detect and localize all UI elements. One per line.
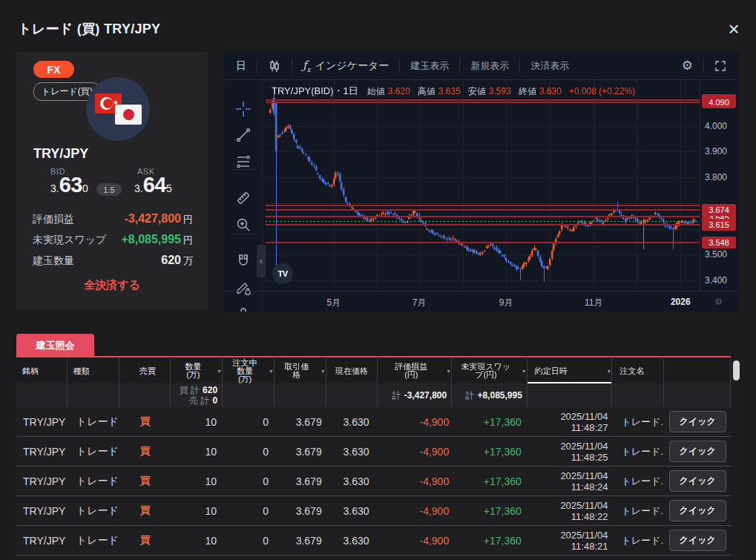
time-axis-label: 9月	[487, 297, 525, 309]
position-row[interactable]: TRY/JPYトレード買1003.6793.630-4,900+17,36020…	[16, 496, 731, 526]
horizontal-lines-icon[interactable]	[235, 154, 252, 170]
cell-8: -4,900	[378, 475, 453, 487]
position-row[interactable]: TRY/JPYトレード買1003.6793.630-4,900+17,36020…	[16, 526, 731, 556]
cell-8: -4,900	[378, 505, 453, 517]
price-tick-label: 3.400	[705, 275, 737, 286]
column-header-8[interactable]: 評価損益 (円)▼	[378, 358, 452, 383]
column-header-9[interactable]: 未実現スワッ プ(円)▼	[452, 358, 527, 383]
cell-2: トレード	[68, 534, 119, 547]
quick-close-button[interactable]: クイック	[669, 441, 726, 462]
cell-10: 2025/11/0411:48:21	[527, 530, 613, 552]
bid-price: 3.630	[50, 173, 88, 195]
column-header-1: 銘柄	[16, 358, 68, 383]
tab-open-positions[interactable]: 建玉照会	[16, 334, 94, 357]
cell-10: 2025/11/0411:48:27	[527, 411, 613, 433]
collapse-toolbar-handle[interactable]: ‹	[257, 245, 266, 277]
column-header-5[interactable]: 注文中 数量 (万)▼	[223, 358, 275, 383]
column-header-12	[664, 358, 731, 383]
cell-7: 3.630	[326, 416, 378, 428]
chart-toolbar: 日 ƒx インジケーター 建玉表示 新規表示 決済表示 ⚙	[224, 52, 738, 80]
cell-5: 0	[223, 475, 275, 487]
pair-name: TRY/JPY	[33, 146, 88, 162]
crosshair-icon[interactable]	[235, 101, 252, 117]
cell-3: 買	[119, 504, 171, 518]
summary-cell-2	[68, 383, 119, 407]
position-summary-panel: FX トレード(買) ★ TRY/JPY BID 3.630 1.5 ASK 3…	[16, 52, 208, 309]
close-button[interactable]: ×	[721, 16, 746, 42]
column-header-2: 種類	[68, 358, 119, 383]
cell-9: +17,360	[452, 475, 527, 487]
fullscreen-icon[interactable]	[711, 60, 729, 72]
table-scrollbar-track[interactable]	[732, 358, 740, 560]
cell-3: 買	[119, 415, 171, 429]
trendline-icon[interactable]	[235, 127, 252, 143]
toggle-positions-button[interactable]: 建玉表示	[407, 59, 452, 73]
cell-3: 買	[119, 534, 171, 547]
position-row[interactable]: TRY/JPYトレード買1003.6793.630-4,900+17,36020…	[16, 437, 731, 467]
table-header-row: 銘柄種類売買数量 (万)▼注文中 数量 (万)▼取引価 格▼現在価格評価損益 (…	[16, 358, 731, 383]
spread-badge: 1.5	[96, 183, 122, 196]
tradingview-logo: TV	[272, 263, 293, 284]
unrealized-pl-label: 評価損益	[33, 213, 74, 226]
column-header-4[interactable]: 数量 (万)▼	[171, 358, 223, 383]
cell-10: 2025/11/0411:48:22	[527, 500, 613, 522]
position-qty-value: 620	[161, 254, 181, 266]
cell-7: 3.630	[326, 446, 378, 458]
cell-10: 2025/11/0411:48:25	[527, 441, 613, 463]
fx-badge: FX	[33, 61, 74, 78]
time-axis-label: 5月	[315, 297, 352, 309]
cell-12: クイック	[664, 411, 731, 432]
position-row[interactable]: TRY/JPYトレード買1003.6793.630-4,900+17,36020…	[16, 407, 731, 437]
close-icon: ×	[728, 18, 739, 41]
toggle-orders-button[interactable]: 新規表示	[467, 59, 512, 73]
quick-close-button[interactable]: クイック	[669, 500, 726, 521]
price-tick-label: 3.500	[705, 249, 737, 260]
column-header-6[interactable]: 取引価 格▼	[275, 358, 326, 383]
quick-close-button[interactable]: クイック	[669, 411, 726, 432]
column-header-11: 注文名	[612, 358, 664, 383]
column-header-10[interactable]: 約定日時▼	[527, 358, 613, 383]
price-axis[interactable]: 4.0003.9003.8003.5003.4004.1003.6454.090…	[700, 79, 738, 291]
price-tick-label: 3.800	[705, 172, 737, 182]
summary-cell-8: 計-3,427,800	[378, 383, 452, 407]
cell-1: TRY/JPY	[16, 535, 68, 547]
candle-style-icon[interactable]	[265, 59, 284, 73]
time-axis[interactable]: 5月7月9月11月2026	[224, 291, 738, 312]
unrealized-pl-value: -3,427,800	[124, 212, 181, 225]
quick-close-button[interactable]: クイック	[669, 530, 726, 551]
table-scrollbar-thumb[interactable]	[733, 360, 740, 381]
summary-cell-5	[223, 383, 275, 407]
cell-5: 0	[223, 535, 275, 547]
zoom-in-icon[interactable]	[235, 217, 252, 233]
price-line-badge: 3.548	[702, 237, 736, 248]
chart-plot-area[interactable]	[266, 79, 700, 291]
sort-arrow-icon: ▼	[522, 367, 527, 375]
cell-11: トレード.	[612, 504, 664, 518]
sort-arrow-icon: ▼	[607, 367, 612, 375]
magnet-icon[interactable]	[235, 253, 252, 269]
summary-cell-4: 買 計620売 計0	[171, 383, 223, 407]
quick-close-button[interactable]: クイック	[669, 470, 726, 492]
position-row[interactable]: TRY/JPYトレード買1003.6793.630-4,900+17,36020…	[16, 467, 731, 496]
summary-cell-7	[326, 383, 378, 407]
indicators-button[interactable]: ƒx インジケーター	[300, 59, 392, 73]
cell-6: 3.679	[275, 446, 326, 458]
price-line-badge: 3.615	[702, 219, 736, 231]
positions-table: 銘柄種類売買数量 (万)▼注文中 数量 (万)▼取引価 格▼現在価格評価損益 (…	[16, 358, 731, 556]
cell-7: 3.630	[326, 475, 378, 487]
cell-8: -4,900	[378, 535, 453, 547]
interval-button[interactable]: 日	[233, 59, 249, 73]
unrealized-swap-label: 未実現スワップ	[33, 234, 106, 247]
cell-2: トレード	[68, 504, 119, 518]
cell-4: 10	[171, 416, 223, 428]
ruler-icon[interactable]	[235, 190, 252, 206]
column-header-3: 売買	[119, 358, 171, 383]
gear-icon[interactable]: ⚙	[679, 58, 696, 73]
cell-9: +17,360	[452, 505, 527, 517]
position-qty-label: 建玉数量	[33, 254, 74, 268]
close-all-positions-link[interactable]: 全決済する	[16, 278, 208, 292]
sun-icon[interactable]: ☼	[714, 294, 724, 306]
cell-8: -4,900	[378, 416, 453, 428]
toggle-closed-button[interactable]: 決済表示	[527, 59, 572, 73]
summary-cell-3	[119, 383, 171, 407]
